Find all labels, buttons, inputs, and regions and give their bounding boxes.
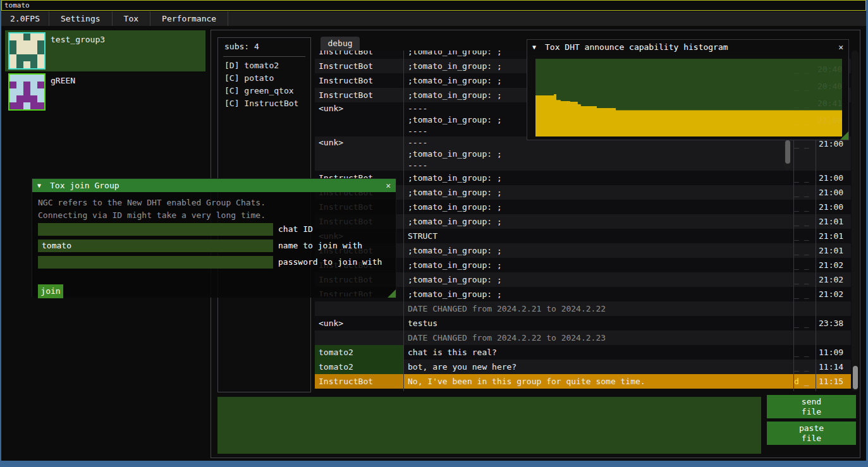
collapse-arrow-icon[interactable]: ▼ (532, 40, 536, 55)
join-field-input-password-to-join-with[interactable] (38, 256, 273, 269)
message-sender: tomato2 (315, 345, 403, 360)
message-flags: d _ (794, 374, 816, 389)
avatar-pixel (30, 33, 37, 40)
menu-item-performance[interactable]: Performance (150, 11, 228, 26)
avatar-pixel (9, 33, 16, 40)
message-text: ;tomato_in_group: ; (404, 214, 792, 229)
join-button[interactable]: join (38, 284, 63, 298)
member-item[interactable]: [C] potato (224, 72, 274, 85)
join-dialog-body: NGC refers to the New DHT enabled Group … (32, 192, 396, 298)
member-item[interactable]: [C] green_qtox (224, 85, 294, 97)
paste-file-button[interactable]: pastefile (767, 422, 856, 445)
message-text: ;tomato_in_group: ; (404, 272, 792, 287)
avatar-pixel (23, 75, 30, 82)
avatar-pixel (30, 95, 37, 102)
message-input[interactable] (217, 397, 761, 454)
delivered-flag: d (794, 377, 799, 386)
join-field-input-name-to-join-with[interactable]: tomato (38, 240, 273, 252)
resize-grip[interactable] (840, 131, 848, 140)
app-title: tomato (4, 1, 30, 9)
avatar-pixel (37, 102, 44, 109)
message-flags: _ _ (794, 345, 816, 360)
message-line: No, I've been in this group for quite so… (408, 374, 792, 389)
avatar-pixel (23, 33, 30, 40)
message-time: 21:01 (819, 229, 851, 243)
tab-debug[interactable]: debug (321, 37, 360, 51)
avatar-pixel (16, 82, 23, 88)
avatar-pixel (23, 54, 30, 61)
message-text: ;tomato_in_group: ; (404, 287, 792, 301)
avatar-pixel (23, 40, 30, 47)
histogram-window-titlebar: ▼ Tox DHT announce capability histogram … (527, 40, 848, 55)
histogram-window-title: Tox DHT announce capability histogram (545, 40, 728, 55)
close-icon[interactable]: ✕ (838, 40, 843, 55)
ghost-time: 20:41 (817, 96, 842, 111)
avatar-pixel (23, 61, 30, 68)
message-text: ;tomato_in_group: ; (404, 200, 792, 214)
menu-item-tox[interactable]: Tox (113, 11, 150, 26)
ghost-flags: _ _ (794, 62, 809, 76)
chat-message-row[interactable]: tomato2chat is this real?_ _11:09 (315, 345, 851, 360)
close-icon[interactable]: ✕ (386, 179, 391, 192)
inner-scrollbar-thumb[interactable] (785, 140, 790, 164)
message-text: ----;tomato_in_group: ;---- (404, 136, 792, 171)
chat-scrollbar-thumb[interactable] (853, 366, 858, 389)
date-changed-text: DATE CHANGED from 2024.2.21 to 2024.2.22 (408, 301, 606, 316)
message-line: STRUCT (408, 229, 792, 243)
group-avatar (8, 73, 46, 111)
avatar-pixel (30, 88, 37, 95)
chat-message-row[interactable]: <unk>testus_ _23:38 (315, 316, 851, 331)
message-text: testus (404, 316, 792, 331)
join-field-input-chat-ID[interactable] (38, 223, 273, 236)
date-changed-row: DATE CHANGED from 2024.2.22 to 2024.2.23 (315, 331, 851, 345)
chat-message-row[interactable]: InstructBotNo, I've been in this group f… (315, 374, 851, 389)
avatar-pixel (37, 54, 44, 61)
ghost-flags: _ _ (794, 96, 809, 111)
resize-grip[interactable] (388, 289, 396, 298)
ghost-time: 20:40 (817, 62, 842, 76)
group-list-item[interactable]: test_group3 (5, 30, 205, 71)
collapse-arrow-icon[interactable]: ▼ (37, 179, 41, 192)
message-flags: _ _ (794, 214, 816, 229)
message-sender: InstructBot (315, 88, 403, 102)
avatar-pixel (9, 95, 16, 102)
message-time: 21:00 (819, 171, 851, 185)
window-frame (0, 0, 1, 467)
message-line: ;tomato_in_group: ; (408, 243, 792, 258)
member-item[interactable]: [D] tomato2 (224, 59, 279, 72)
message-line: ;tomato_in_group: ; (408, 214, 792, 229)
send-file-button[interactable]: sendfile (767, 395, 856, 418)
chat-message-row[interactable]: tomato2bot, are you new here?_ _11:14 (315, 360, 851, 374)
avatar-pixel (16, 40, 23, 47)
avatar-pixel (30, 82, 37, 88)
message-text: ;tomato_in_group: ; (404, 243, 792, 258)
avatar-pixel (37, 95, 44, 102)
chat-scrollbar-track[interactable] (852, 51, 859, 391)
message-time: 21:00 (819, 185, 851, 200)
group-list-item[interactable]: gREEN (5, 71, 205, 112)
message-line: ;tomato_in_group: ; (408, 200, 792, 214)
menu-item-settings[interactable]: Settings (49, 11, 113, 26)
message-sender: InstructBot (315, 51, 403, 59)
chat-message-row[interactable]: <unk>----;tomato_in_group: ;----_ _21:00 (315, 136, 851, 171)
message-line: ;tomato_in_group: ; (408, 185, 792, 200)
avatar-pixel (9, 40, 16, 47)
message-flags: _ _ (794, 185, 816, 200)
avatar-pixel (37, 61, 44, 68)
avatar-pixel (30, 40, 37, 47)
message-flags: _ _ (794, 272, 816, 287)
member-separator (223, 56, 305, 57)
avatar-pixel (16, 33, 23, 40)
avatar-pixel (37, 82, 44, 88)
message-line: ---- (408, 160, 792, 171)
avatar-pixel (16, 75, 23, 82)
message-time: 21:02 (819, 258, 851, 272)
avatar-pixel (9, 88, 16, 95)
member-item[interactable]: [C] InstructBot (224, 97, 298, 110)
message-time: 21:01 (819, 243, 851, 258)
date-changed-text: DATE CHANGED from 2024.2.22 to 2024.2.23 (408, 331, 606, 345)
message-line: ;tomato_in_group: ; (408, 272, 792, 287)
message-flags: _ _ (794, 287, 816, 301)
avatar-pixel (23, 82, 30, 88)
message-sender: InstructBot (315, 59, 403, 73)
